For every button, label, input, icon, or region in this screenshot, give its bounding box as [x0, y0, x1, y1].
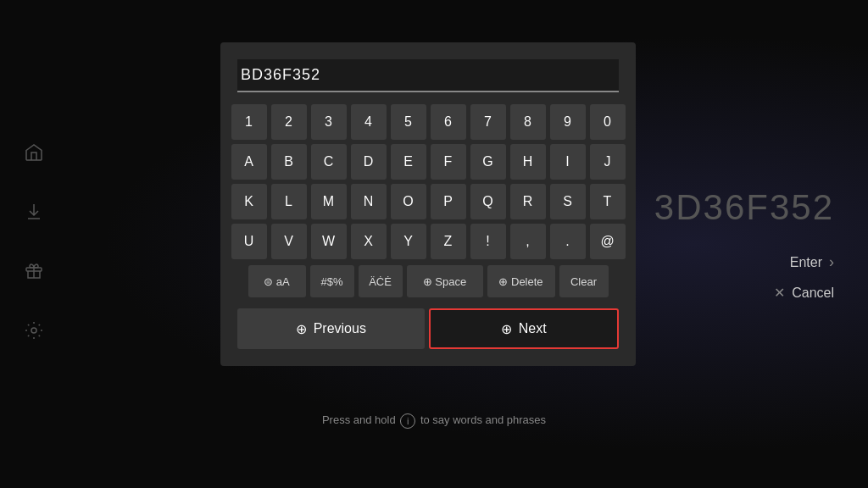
- key-C[interactable]: C: [311, 144, 347, 180]
- key-7[interactable]: 7: [470, 104, 506, 140]
- keyboard: 1 2 3 4 5 6 7 8 9 0 A B C D E F G H I J …: [237, 104, 619, 349]
- mic-icon: i: [400, 413, 415, 429]
- key-comma[interactable]: ,: [510, 224, 546, 259]
- key-3[interactable]: 3: [311, 104, 347, 140]
- key-Q[interactable]: Q: [470, 184, 506, 219]
- hash-button[interactable]: #$%: [310, 265, 354, 297]
- key-1[interactable]: 1: [231, 104, 267, 140]
- key-6[interactable]: 6: [431, 104, 466, 140]
- navigation-row: ⊕ Previous ⊕ Next: [237, 308, 619, 349]
- key-I[interactable]: I: [550, 144, 586, 180]
- enter-button[interactable]: Enter ›: [654, 253, 834, 271]
- function-row: ⊜ aA #$% ÄĊĖ ⊕ Space ⊕ Delete Clear: [237, 265, 619, 297]
- special-chars-button[interactable]: ÄĊĖ: [359, 265, 403, 297]
- key-at[interactable]: @: [590, 224, 626, 259]
- delete-icon: ⊕: [498, 275, 508, 288]
- next-button[interactable]: ⊕ Next: [429, 308, 620, 349]
- letter-row-1: A B C D E F G H I J: [237, 144, 619, 180]
- enter-label: Enter: [790, 255, 822, 270]
- cancel-button[interactable]: ✕ Cancel: [654, 285, 834, 301]
- delete-button[interactable]: ⊕ Delete: [487, 265, 555, 297]
- key-X[interactable]: X: [351, 224, 387, 259]
- key-H[interactable]: H: [510, 144, 546, 180]
- key-R[interactable]: R: [510, 184, 546, 219]
- text-input[interactable]: [237, 59, 619, 92]
- key-J[interactable]: J: [590, 144, 626, 180]
- sidebar: [0, 0, 68, 488]
- cancel-x-icon: ✕: [774, 285, 785, 301]
- key-B[interactable]: B: [271, 144, 307, 180]
- next-icon: ⊕: [501, 321, 512, 337]
- key-9[interactable]: 9: [550, 104, 586, 140]
- key-0[interactable]: 0: [590, 104, 626, 140]
- keyboard-dialog: 1 2 3 4 5 6 7 8 9 0 A B C D E F G H I J …: [220, 42, 636, 366]
- next-label: Next: [519, 321, 547, 336]
- key-S[interactable]: S: [550, 184, 586, 219]
- key-Z[interactable]: Z: [431, 224, 466, 259]
- key-O[interactable]: O: [391, 184, 426, 219]
- gift-icon[interactable]: [24, 261, 44, 286]
- settings-icon[interactable]: [24, 320, 44, 346]
- svg-point-1: [31, 328, 36, 333]
- key-F[interactable]: F: [431, 144, 466, 180]
- key-K[interactable]: K: [231, 184, 267, 219]
- letter-row-2: K L M N O P Q R S T: [237, 184, 619, 219]
- key-exclaim[interactable]: !: [470, 224, 506, 259]
- space-icon: ⊕: [423, 275, 432, 288]
- key-5[interactable]: 5: [391, 104, 426, 140]
- key-8[interactable]: 8: [510, 104, 546, 140]
- clear-button[interactable]: Clear: [559, 265, 609, 297]
- right-panel: 3D36F352 Enter › ✕ Cancel: [654, 187, 834, 301]
- key-T[interactable]: T: [590, 184, 626, 219]
- number-row: 1 2 3 4 5 6 7 8 9 0: [237, 104, 619, 140]
- key-M[interactable]: M: [311, 184, 347, 219]
- key-A[interactable]: A: [231, 144, 267, 180]
- chevron-right-icon: ›: [829, 253, 834, 271]
- key-V[interactable]: V: [271, 224, 307, 259]
- key-U[interactable]: U: [231, 224, 267, 259]
- previous-button[interactable]: ⊕ Previous: [237, 308, 425, 349]
- prev-icon: ⊕: [296, 321, 307, 337]
- key-4[interactable]: 4: [351, 104, 387, 140]
- home-icon[interactable]: [24, 142, 44, 168]
- abc-toggle-button[interactable]: ⊜ aA: [248, 265, 306, 297]
- abc-icon: ⊜: [264, 275, 273, 288]
- key-period[interactable]: .: [550, 224, 586, 259]
- key-W[interactable]: W: [311, 224, 347, 259]
- space-button[interactable]: ⊕ Space: [407, 265, 483, 297]
- letter-row-3: U V W X Y Z ! , . @: [237, 224, 619, 259]
- hint-text: Press and hold i to say words and phrase…: [322, 413, 546, 429]
- cancel-label: Cancel: [792, 286, 834, 301]
- key-D[interactable]: D: [351, 144, 387, 180]
- key-L[interactable]: L: [271, 184, 307, 219]
- prev-label: Previous: [314, 321, 366, 336]
- key-G[interactable]: G: [470, 144, 506, 180]
- key-N[interactable]: N: [351, 184, 387, 219]
- download-icon[interactable]: [24, 202, 44, 227]
- key-P[interactable]: P: [431, 184, 466, 219]
- key-Y[interactable]: Y: [391, 224, 426, 259]
- hint-after: to say words and phrases: [417, 413, 546, 426]
- hint-before: Press and hold: [322, 413, 398, 426]
- key-2[interactable]: 2: [271, 104, 307, 140]
- display-code: 3D36F352: [654, 187, 834, 228]
- key-E[interactable]: E: [391, 144, 426, 180]
